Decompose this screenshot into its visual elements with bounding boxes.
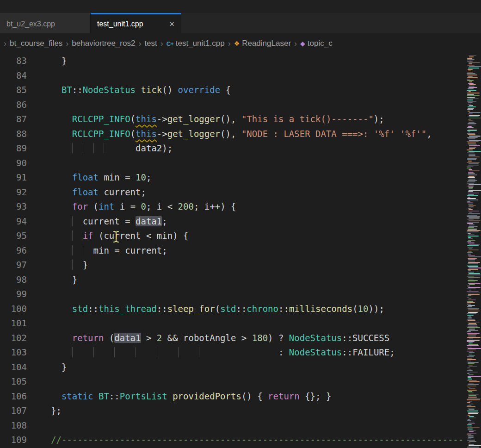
code-line[interactable]: 104 } [0,360,481,375]
code-line[interactable]: 103 : NodeStatus::FAILURE; [0,345,481,360]
line-number[interactable]: 92 [0,185,27,200]
code-editor[interactable]: 83 }8485 BT::NodeStatus tick() override … [0,54,481,448]
code-line[interactable]: 91 float min = 10; [0,170,481,185]
breadcrumb-item-readinglaser[interactable]: ❖ ReadingLaser [234,39,291,48]
line-number[interactable]: 86 [0,98,27,112]
code-line[interactable]: 105 [0,374,481,389]
line-number[interactable]: 94 [0,214,27,229]
minimap-line [468,383,474,384]
line-number[interactable]: 84 [0,68,27,83]
minimap-line [467,345,479,346]
minimap-line [469,279,474,280]
code-line[interactable]: 102 return (data1 > 2 && robotAngle > 18… [0,331,481,346]
code-line[interactable]: 101 [0,316,481,331]
line-number[interactable]: 95 [0,229,27,243]
line-number[interactable]: 87 [0,112,27,127]
code-line[interactable]: 86 [0,98,481,112]
line-number[interactable]: 91 [0,170,27,185]
code-token: BT [62,85,72,95]
minimap-line [467,265,478,266]
minimap-line [468,191,473,192]
line-number[interactable]: 93 [0,199,27,214]
code-line[interactable]: 97 } [0,258,481,273]
line-number[interactable]: 85 [0,83,27,98]
line-number[interactable]: 88 [0,127,27,142]
line-number[interactable]: 103 [0,345,27,360]
minimap-line [467,159,476,160]
code-line[interactable]: 92 float current; [0,185,481,200]
code-line[interactable]: 83 } [0,54,481,68]
code-line[interactable]: 90 [0,156,481,171]
minimap-line [468,387,470,388]
code-line[interactable]: 85 BT::NodeStatus tick() override { [0,83,481,98]
code-token [51,230,72,241]
code-line[interactable]: 93 for (int i = 0; i < 200; i++) { [0,199,481,214]
line-number[interactable]: 104 [0,360,27,375]
code-line[interactable]: 109//-----------------------------------… [0,433,481,448]
code-line[interactable]: 106 static BT::PortsList providedPorts()… [0,389,481,404]
line-number[interactable]: 101 [0,316,27,331]
line-number[interactable]: 107 [0,404,27,418]
close-icon[interactable]: × [169,20,174,28]
minimap-line [467,297,469,298]
minimap-line [468,363,475,364]
line-number[interactable]: 98 [0,273,27,287]
breadcrumb-label: bt_course_files [10,39,62,48]
code-token: ) ? [268,333,289,343]
minimap-line [468,251,471,252]
code-line[interactable]: 84 [0,68,481,83]
minimap-line [469,81,472,82]
code-line[interactable]: 108 [0,418,481,433]
line-number[interactable]: 102 [0,331,27,346]
minimap-line [469,249,479,250]
code-token [51,172,72,182]
code-token [51,216,72,226]
code-token: chrono [247,304,278,314]
code-line[interactable]: 99 [0,287,481,302]
breadcrumb-item-behaviortree-ros2[interactable]: behaviortree_ros2 [72,39,135,48]
minimap-line [468,384,478,385]
code-token: {}; } [300,391,332,401]
code-line[interactable]: 89 data2); [0,141,481,156]
tab-label: test_unit1.cpp [97,20,143,28]
code-token: //--------------------------------------… [51,435,463,445]
code-line[interactable]: 88 RCLCPP_INFO(this->get_logger(), "NODE… [0,127,481,142]
code-token: ( [88,201,99,212]
code-line[interactable]: 95 if (current < min) { [0,229,481,243]
line-number[interactable]: 105 [0,374,27,389]
tab-bt-u2-ex3-cpp[interactable]: bt_u2_ex3.cpp [0,13,91,33]
code-line[interactable]: 94 current = data1; [0,214,481,229]
line-number[interactable]: 89 [0,141,27,156]
minimap-line [467,59,475,60]
code-token: : [278,347,289,357]
code-token: milliseconds [289,304,352,314]
minimap-line [468,240,475,241]
line-number[interactable]: 96 [0,243,27,258]
code-line[interactable]: 87 RCLCPP_INFO(this->get_logger(), "This… [0,112,481,127]
line-number[interactable]: 83 [0,54,27,68]
line-number[interactable]: 99 [0,287,27,302]
breadcrumb-item-topic[interactable]: ◆ topic_c [300,39,333,48]
breadcrumb-item-test-unit1-cpp[interactable]: C+ test_unit1.cpp [166,39,225,48]
minimap[interactable] [465,54,481,448]
code-token: return [72,333,104,343]
code-line[interactable]: 107}; [0,404,481,418]
line-number[interactable]: 100 [0,302,27,317]
breadcrumb-item-bt-course-files[interactable]: bt_course_files [10,39,62,48]
line-number[interactable]: 106 [0,389,27,404]
code-token [72,143,83,153]
line-number[interactable]: 108 [0,418,27,433]
minimap-line [468,436,474,436]
code-line[interactable]: 98 } [0,273,481,287]
tab-test-unit1-cpp[interactable]: test_unit1.cpp × [91,13,181,33]
line-number[interactable]: 97 [0,258,27,273]
code-line[interactable]: 96 min = current; [0,243,481,258]
minimap-line [469,206,474,207]
line-number[interactable]: 90 [0,156,27,171]
minimap-line [469,248,472,249]
minimap-line [469,156,480,157]
line-number[interactable]: 109 [0,433,27,448]
code-line[interactable]: 100 std::this_thread::sleep_for(std::chr… [0,302,481,317]
breadcrumb-item-test[interactable]: test [144,39,157,48]
minimap-line [468,211,479,212]
